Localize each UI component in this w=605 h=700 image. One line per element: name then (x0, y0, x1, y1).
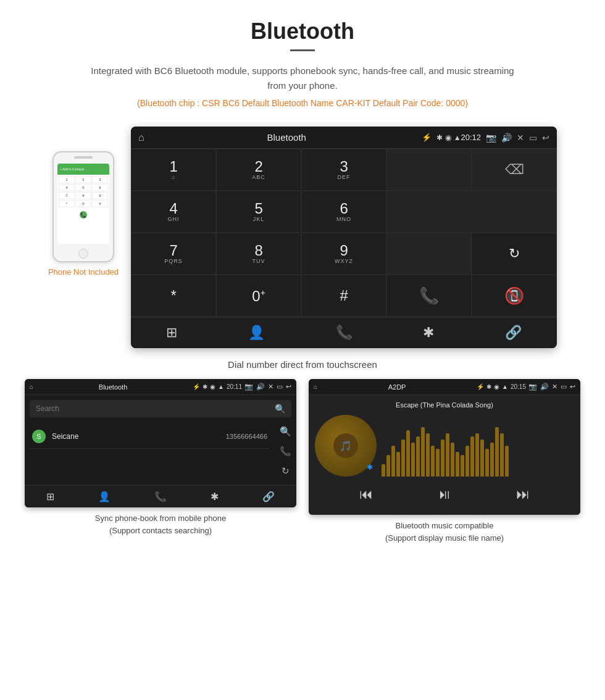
phone-home-button (78, 249, 88, 259)
contact-row[interactable]: S Seicane 13566664466 (30, 425, 270, 449)
music-time: 20:15 (511, 383, 526, 390)
camera-nav-icon: 📷 (486, 133, 496, 143)
dial-key-call[interactable]: 📞 (386, 275, 472, 317)
x-nav-icon: ✕ (517, 133, 524, 143)
phonebook-side-phone-icon[interactable]: 📞 (280, 446, 291, 457)
page-header: Bluetooth Integrated with BC6 Bluetooth … (0, 0, 605, 127)
music-content: Escape (The Pina Colada Song) 🎵 ✱ (309, 395, 580, 515)
next-track-button[interactable]: ⏭ (516, 486, 530, 502)
phonebook-side-icons: 🔍 📞 ↻ (275, 422, 296, 480)
phonebook-usb-icon: ⚡ (193, 383, 200, 390)
dial-display-empty (386, 149, 472, 191)
back-nav-icon: ↩ (542, 133, 549, 143)
pb-bt-icon[interactable]: ✱ (211, 491, 219, 502)
volume-nav-icon: 🔊 (501, 133, 512, 143)
page-title: Bluetooth (12, 19, 593, 44)
music-wrap: ⌂ A2DP ⚡ ✱ ◉ ▲ 20:15 📷 🔊 ✕ ▭ ↩ Escape (T… (309, 379, 580, 544)
dial-key-5[interactable]: 5 JKL (216, 191, 301, 233)
phonebook-wrap: ⌂ Bluetooth ⚡ ✱ ◉ ▲ 20:11 📷 🔊 ✕ ▭ ↩ Sear… (25, 379, 296, 544)
phone-mockup-screen: + Add to Contacts 123 456 789 *0# 📞 (57, 164, 109, 244)
phone-screen-header: + Add to Contacts (57, 164, 109, 175)
music-usb-icon: ⚡ (477, 383, 484, 390)
phonebook-search-bar[interactable]: Search 🔍 (30, 400, 291, 417)
album-art: 🎵 ✱ (315, 415, 377, 477)
phonebook-bottom-bar: ⊞ 👤 📞 ✱ 🔗 (25, 485, 296, 507)
bluetooth-status-icon: ✱ (436, 133, 443, 142)
dial-section: + Add to Contacts 123 456 789 *0# 📞 Phon… (0, 127, 605, 354)
play-pause-button[interactable]: ⏯ (438, 486, 451, 502)
contact-name: Seicane (52, 432, 226, 441)
prev-track-button[interactable]: ⏮ (359, 486, 373, 502)
page-specs: (Bluetooth chip : CSR BC6 Default Blueto… (12, 98, 593, 108)
dial-key-9[interactable]: 9 WXYZ (301, 233, 386, 275)
music-statusbar: ⌂ A2DP ⚡ ✱ ◉ ▲ 20:15 📷 🔊 ✕ ▭ ↩ (309, 379, 580, 395)
dial-android-screen: ⌂ Bluetooth ⚡ ✱ ◉ ▲ 20:12 📷 🔊 ✕ ▭ ↩ 1 ⌂ (131, 127, 557, 348)
dial-key-3[interactable]: 3 DEF (301, 149, 386, 191)
location-icon: ◉ (445, 133, 451, 142)
phonebook-contacts-area: S Seicane 13566664466 (25, 422, 275, 480)
pb-grid-icon[interactable]: ⊞ (46, 491, 54, 502)
phonebook-screen: ⌂ Bluetooth ⚡ ✱ ◉ ▲ 20:11 📷 🔊 ✕ ▭ ↩ Sear… (25, 379, 296, 507)
phone-dialpad-mini: 123 456 789 *0# (57, 175, 109, 209)
home-icon: ⌂ (138, 132, 144, 143)
dial-key-star[interactable]: * (131, 275, 216, 317)
music-caption: Bluetooth music compatible (Support disp… (385, 520, 504, 544)
ph-cam-icon: 📷 (244, 383, 253, 391)
ms-vol-icon: 🔊 (540, 383, 549, 391)
dial-caption: Dial number direct from touchscreen (0, 359, 605, 370)
ms-x-icon: ✕ (552, 383, 557, 391)
music-note-icon: 🎵 (340, 440, 352, 452)
pb-person-icon[interactable]: 👤 (98, 491, 111, 502)
dial-key-end[interactable]: 📵 (472, 275, 557, 317)
music-nav: 📷 🔊 ✕ ▭ ↩ (528, 383, 575, 391)
bluetooth-icon[interactable]: ✱ (423, 325, 434, 341)
dial-key-reload[interactable]: ↻ (472, 233, 557, 275)
phonebook-body: S Seicane 13566664466 🔍 📞 ↻ (25, 422, 296, 480)
phonebook-time: 20:11 (227, 383, 242, 390)
ms-win-icon: ▭ (561, 383, 567, 391)
page-description: Integrated with BC6 Bluetooth module, su… (86, 64, 519, 93)
dial-key-4[interactable]: 4 GHI (131, 191, 216, 233)
pb-phone-icon[interactable]: 📞 (154, 491, 167, 502)
equalizer-visual (377, 415, 574, 477)
phonebook-home-icon: ⌂ (30, 383, 33, 390)
music-bt-icon: ✱ (486, 383, 491, 390)
phonebook-side-search-icon[interactable]: 🔍 (280, 426, 291, 437)
end-call-icon: 📵 (504, 286, 524, 306)
call-icon: 📞 (419, 286, 439, 306)
pb-link-icon[interactable]: 🔗 (262, 491, 275, 502)
phonebook-side-reload-icon[interactable]: ↻ (282, 465, 290, 477)
usb-icon: ⚡ (422, 133, 432, 142)
dial-key-0[interactable]: 0+ (216, 275, 301, 317)
music-track-name: Escape (The Pina Colada Song) (396, 401, 493, 409)
phonebook-nav: 📷 🔊 ✕ ▭ ↩ (244, 383, 291, 391)
music-album-area: 🎵 ✱ (315, 415, 574, 477)
phonebook-caption: Sync phone-book from mobile phone (Suppo… (95, 512, 226, 536)
dial-key-2[interactable]: 2 ABC (216, 149, 301, 191)
dial-key-8[interactable]: 8 TUV (216, 233, 301, 275)
ms-back-icon: ↩ (570, 383, 575, 391)
contact-number: 13566664466 (226, 433, 267, 440)
dial-key-6[interactable]: 6 MNO (301, 191, 386, 233)
phone-not-included-label: Phone Not Included (48, 267, 119, 277)
signal-icon: ▲ (454, 133, 461, 142)
dialpad: 1 ⌂ 2 ABC 3 DEF ⌫ 4 GHI 5 JKL (131, 149, 557, 317)
grid-icon[interactable]: ⊞ (166, 325, 177, 341)
link-icon[interactable]: 🔗 (505, 325, 522, 341)
ph-x-icon: ✕ (268, 383, 273, 391)
dial-time: 20:12 (461, 133, 482, 142)
phonebook-title: Bluetooth (36, 383, 190, 391)
phone-icon[interactable]: 📞 (336, 325, 353, 341)
contacts-icon[interactable]: 👤 (248, 325, 265, 341)
title-divider (290, 49, 315, 51)
phonebook-statusbar: ⌂ Bluetooth ⚡ ✱ ◉ ▲ 20:11 📷 🔊 ✕ ▭ ↩ (25, 379, 296, 395)
backspace-icon: ⌫ (505, 162, 524, 178)
dial-key-hash[interactable]: # (301, 275, 386, 317)
phonebook-search-icon: 🔍 (275, 404, 285, 414)
music-controls: ⏮ ⏯ ⏭ (315, 480, 574, 509)
dial-key-1[interactable]: 1 ⌂ (131, 149, 216, 191)
dial-key-backspace[interactable]: ⌫ (472, 149, 557, 191)
lower-screens: ⌂ Bluetooth ⚡ ✱ ◉ ▲ 20:11 📷 🔊 ✕ ▭ ↩ Sear… (0, 379, 605, 550)
reload-icon: ↻ (509, 246, 520, 262)
dial-key-7[interactable]: 7 PQRS (131, 233, 216, 275)
